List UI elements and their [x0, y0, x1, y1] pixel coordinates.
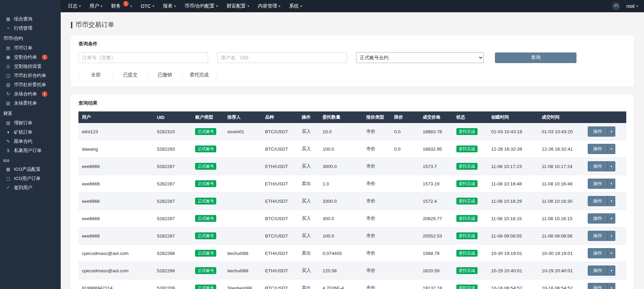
sidebar-item-19[interactable]: ✓签到用户 — [0, 183, 61, 192]
account-type-select[interactable]: 正式账号合约 — [356, 52, 484, 63]
cell-symbol: BTC/USDT — [262, 210, 298, 227]
cell-created-time: 12-26 16:32:39 — [488, 140, 538, 158]
action-dropdown-toggle[interactable]: ▾ — [608, 248, 615, 258]
cell-deal-time: 12-26 16:32:41 — [538, 140, 584, 158]
sidebar-item-9[interactable]: ↻永续合约单1 — [0, 89, 61, 98]
nav-item-8[interactable]: 内容管理▾ — [253, 0, 285, 12]
sidebar-item-7[interactable]: ◫币币杠杆合约单 — [0, 71, 61, 80]
copy-icon: ✎ — [5, 139, 11, 144]
status-badge: 委托完成 — [456, 267, 478, 274]
sidebar-item-label: 综合查询 — [14, 16, 32, 22]
column-header: 委托数量 — [319, 111, 363, 123]
action-dropdown-toggle[interactable]: ▾ — [608, 231, 615, 241]
search-button[interactable]: 查询 — [495, 52, 576, 63]
status-badge: 委托完成 — [456, 285, 478, 289]
status-tab-1[interactable]: 全部 — [79, 69, 113, 81]
sidebar-item-17[interactable]: ▩ICO产品配置 — [0, 165, 61, 174]
action-dropdown-toggle[interactable]: ▾ — [608, 161, 615, 171]
ico-order-icon: ▢ — [5, 176, 11, 181]
status-tab-4[interactable]: 委托完成 — [182, 69, 217, 81]
cell-referrer — [224, 210, 262, 227]
query-conditions-card: 查询条件 正式账号合约 查询 全部已提交已撤销委托完成 — [71, 35, 634, 87]
nav-item-9[interactable]: 系统▾ — [285, 0, 307, 12]
action-dropdown-toggle[interactable]: ▾ — [608, 283, 615, 289]
chevron-down-icon: ▾ — [611, 217, 612, 220]
status-tabs: 全部已提交已撤销委托完成 — [78, 69, 626, 81]
sidebar-item-12[interactable]: ▨理财订单 — [0, 118, 61, 127]
action-button[interactable]: 操作 — [588, 231, 608, 241]
cell-side: 卖出 — [298, 175, 319, 193]
cell-symbol: BTC/USDT — [262, 140, 298, 158]
action-dropdown-toggle[interactable]: ▾ — [608, 196, 615, 206]
sidebar-item-15[interactable]: $私募用户订单 — [0, 146, 61, 155]
action-dropdown-toggle[interactable]: ▾ — [608, 265, 615, 276]
query-results-title: 查询结果 — [78, 100, 626, 106]
query-conditions-title: 查询条件 — [78, 41, 626, 47]
nav-item-7[interactable]: 财富配置▾ — [222, 0, 254, 12]
cell-status: 委托完成 — [453, 262, 488, 279]
action-dropdown-toggle[interactable]: ▾ — [608, 179, 615, 189]
sidebar-item-13[interactable]: ♦矿机订单 — [0, 127, 61, 137]
sidebar-item-label: 跟单合约 — [14, 138, 32, 144]
action-button[interactable]: 操作 — [588, 196, 608, 206]
sidebar-item-label: 永续合约单 — [14, 91, 37, 97]
cell-side: 买入 — [298, 227, 319, 245]
nav-item-6[interactable]: 币币/合约配置▾ — [180, 0, 222, 12]
sidebar-item-2[interactable]: ≈行情管理 — [0, 24, 61, 33]
headset-icon — [614, 3, 618, 9]
nav-item-5[interactable]: 报表▾ — [159, 0, 180, 12]
grid-icon: ▦ — [5, 16, 11, 21]
action-button[interactable]: 操作 — [588, 179, 608, 189]
nav-item-1[interactable]: 日志▾ — [63, 0, 85, 12]
sidebar-item-4[interactable]: ▤币币订单 — [0, 43, 61, 52]
contract-icon: ▣ — [5, 55, 11, 60]
username-uid-input[interactable] — [217, 52, 347, 63]
status-tab-3[interactable]: 已撤销 — [148, 69, 182, 81]
action-button[interactable]: 操作 — [588, 213, 608, 224]
nav-item-label: 币币/合约配置 — [185, 3, 215, 9]
order-id-input[interactable] — [78, 52, 208, 63]
status-tab-2[interactable]: 已提交 — [113, 69, 148, 81]
user-menu[interactable]: root ▾ — [625, 0, 639, 12]
action-button[interactable]: 操作 — [588, 144, 608, 154]
sidebar-item-1[interactable]: ▦综合查询 — [0, 14, 61, 24]
cell-created-time: 10-16 06:54:52 — [488, 279, 538, 289]
sidebar-item-10[interactable]: ▧永续委托单 — [0, 98, 61, 108]
filters-row: 正式账号合约 查询 — [78, 52, 626, 63]
cell-status: 委托完成 — [453, 193, 488, 210]
sidebar-item-18[interactable]: ▢ICO用户订单 — [0, 174, 61, 183]
sidebar-item-6[interactable]: ◎交割场控设置 — [0, 62, 61, 71]
cell-amount: 300.0 — [319, 210, 363, 227]
action-button-group: 操作▾ — [588, 179, 615, 189]
sidebar-item-14[interactable]: ✎跟单合约 — [0, 137, 61, 146]
cell-price-type: 市价 — [363, 279, 391, 289]
sidebar-item-8[interactable]: ▥币币杠杆委托单 — [0, 80, 61, 89]
table-row: eee66665282287正式账号ETH/USDT买入3000.0市价1573… — [78, 158, 626, 175]
query-results-card: 查询结果 用户UID账户类型推荐人品种操作委托数量报价类型限价成交价格状态创建时… — [71, 95, 634, 289]
column-header: 品种 — [262, 111, 298, 123]
action-button[interactable]: 操作 — [588, 161, 608, 171]
action-button[interactable]: 操作 — [588, 265, 608, 276]
cell-created-time: 10-29 20:40:01 — [488, 262, 538, 279]
action-dropdown-toggle[interactable]: ▾ — [608, 144, 615, 154]
cell-status: 委托完成 — [453, 140, 488, 158]
status-badge: 委托完成 — [456, 163, 478, 170]
action-button[interactable]: 操作 — [588, 126, 608, 137]
action-button[interactable]: 操作 — [588, 248, 608, 258]
nav-item-label: 内容管理 — [258, 3, 277, 9]
support-button[interactable] — [612, 2, 620, 10]
table-row: eee66665282287正式账号BTC/USDT买入100.0市价20552… — [78, 227, 626, 245]
cell-status: 委托完成 — [453, 210, 488, 227]
cell-actions: 操作▾ — [584, 193, 626, 210]
perpetual-delegate-icon: ▧ — [5, 101, 11, 106]
sidebar-item-label: 签到用户 — [14, 185, 32, 191]
sidebar-item-5[interactable]: ▣交割合约单1 — [0, 52, 61, 62]
action-dropdown-toggle[interactable]: ▾ — [608, 126, 615, 137]
action-button-group: 操作▾ — [588, 283, 615, 289]
action-button[interactable]: 操作 — [588, 283, 608, 289]
nav-item-2[interactable]: 用户▾ — [85, 0, 107, 12]
cell-account-type: 正式账号 — [192, 193, 224, 210]
nav-item-4[interactable]: OTC▾ — [136, 0, 159, 12]
action-dropdown-toggle[interactable]: ▾ — [608, 213, 615, 224]
nav-item-3[interactable]: 财务1▾ — [107, 0, 136, 12]
